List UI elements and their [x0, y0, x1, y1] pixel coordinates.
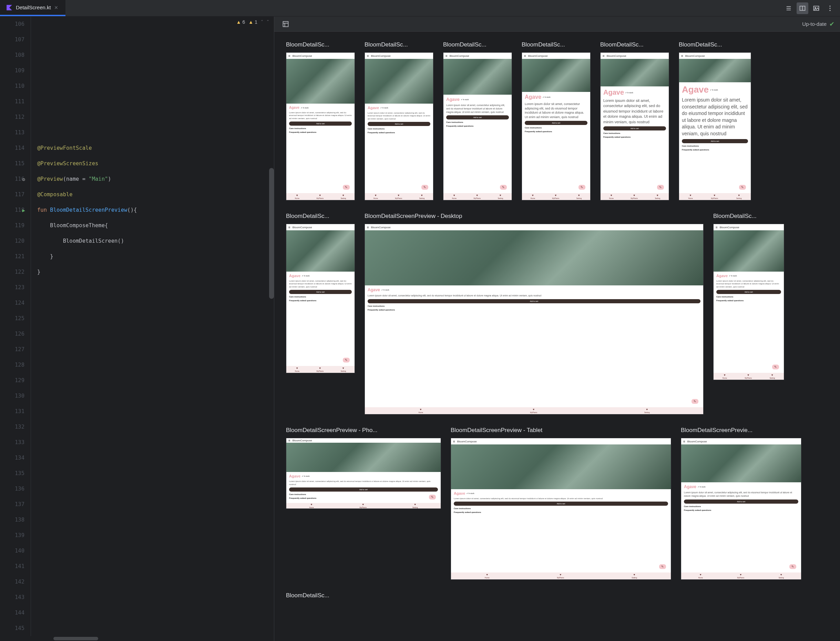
mock-hero-image [601, 59, 669, 86]
preview-item[interactable]: BloomDetailSc...≡BloomComposeAgave ✔ In … [679, 41, 751, 200]
preview-surface[interactable]: BloomDetailSc...≡BloomComposeAgave ✔ In … [274, 32, 840, 641]
gear-icon[interactable]: ⚙ [23, 171, 25, 187]
preview-mock[interactable]: ≡BloomComposeAgave ✔ In stockLorem ipsum… [600, 52, 669, 200]
mock-hero-image [286, 230, 355, 272]
mock-edit-fab: ✎ [500, 185, 507, 190]
mock-edit-fab: ✎ [659, 564, 666, 569]
mock-faq-heading: Frequently asked questions [289, 497, 438, 499]
preview-item[interactable]: BloomDetailScreenPrevie...≡BloomComposeA… [681, 427, 801, 580]
layout-toggle-icon[interactable] [280, 18, 291, 30]
mock-hero-image [451, 445, 671, 489]
preview-mock[interactable]: ≡BloomComposeAgave ✔ In stockLorem ipsum… [681, 438, 801, 580]
preview-mock[interactable]: ≡BloomComposeAgave ✔ In stockLorem ipsum… [286, 224, 355, 373]
mock-instock: ✔ In stock [381, 289, 389, 291]
view-design-icon[interactable] [810, 2, 822, 14]
horizontal-scrollbar-track[interactable] [53, 636, 274, 641]
mock-navbar: ♥Home♥MyPlants♥Setting [286, 503, 441, 509]
mock-navbar: ♥Home♥MyPlants♥Setting [679, 193, 751, 200]
heart-icon: ♥ [296, 194, 298, 197]
menu-icon: ≡ [603, 54, 605, 58]
mock-faq-heading: Frequently asked questions [682, 149, 748, 151]
heart-icon: ♥ [421, 194, 423, 197]
preview-mock[interactable]: ≡BloomComposeAgave ✔ In stockLorem ipsum… [286, 438, 441, 509]
mock-description: Lorem ipsum dolor sit amet, consectetur … [289, 480, 438, 486]
mock-hero-image [286, 59, 355, 104]
mock-instock: ✔ In stock [729, 275, 737, 277]
inspections-widget[interactable]: ▲6 ▲1 ˄ ˅ [236, 19, 269, 25]
heart-icon: ♥ [486, 573, 488, 576]
mock-care-heading: Care instructions [525, 127, 588, 129]
preview-item[interactable]: BloomDetailSc...≡BloomComposeAgave ✔ In … [286, 41, 355, 200]
view-split-icon[interactable] [796, 2, 808, 14]
mock-hero-image [365, 59, 433, 104]
heart-icon: ♥ [748, 374, 750, 377]
more-icon[interactable] [824, 2, 836, 14]
preview-mock[interactable]: ≡BloomComposeAgave ✔ In stockLorem ipsum… [365, 224, 704, 414]
preview-item[interactable]: BloomDetailScreenPreview - Desktop≡Bloom… [365, 213, 704, 414]
preview-item[interactable]: BloomDetailSc...≡BloomComposeAgave ✔ In … [286, 213, 355, 373]
close-icon[interactable]: × [55, 5, 59, 11]
preview-title: BloomDetailSc... [522, 41, 591, 48]
preview-item[interactable]: BloomDetailSc...≡BloomComposeAgave ✔ In … [600, 41, 669, 200]
preview-mock[interactable]: ≡BloomComposeAgave ✔ In stockLorem ipsum… [286, 52, 355, 200]
preview-toolbar: Up-to-date ✔ [274, 16, 840, 32]
mock-instock: ✔ In stock [710, 89, 718, 91]
mock-plant-title: Agave ✔ In stock [525, 94, 588, 100]
preview-title: BloomDetailSc... [679, 41, 751, 48]
menu-icon: ≡ [367, 225, 369, 229]
mock-add-to-cart-button: Add to cart [684, 499, 798, 504]
mock-plant-title: Agave ✔ In stock [454, 491, 668, 495]
file-tab[interactable]: DetailScreen.kt × [0, 0, 65, 16]
preview-item[interactable]: BloomDetailSc... [286, 592, 358, 599]
vertical-scrollbar[interactable] [269, 168, 274, 299]
line-gutter[interactable]: 106107108109110111112113114115116⚙117118… [0, 16, 31, 636]
preview-title: BloomDetailSc... [443, 41, 512, 48]
mock-add-to-cart-button: Add to cart [682, 139, 748, 143]
mock-edit-fab: ✎ [343, 185, 350, 190]
mock-instock: ✔ In stock [625, 92, 633, 93]
heart-icon: ♥ [724, 374, 725, 377]
mock-description: Lorem ipsum dolor sit amet, consectetur … [368, 111, 430, 120]
preview-item[interactable]: BloomDetailSc...≡BloomComposeAgave ✔ In … [522, 41, 591, 200]
mock-plant-title: Agave ✔ In stock [682, 84, 748, 95]
mock-faq-heading: Frequently asked questions [603, 136, 666, 138]
mock-add-to-cart-button: Add to cart [525, 121, 588, 125]
mock-faq-heading: Frequently asked questions [684, 509, 798, 511]
view-list-icon[interactable] [783, 2, 795, 14]
mock-description: Lorem ipsum dolor sit amet, consectetur … [684, 491, 798, 498]
preview-item[interactable]: BloomDetailScreenPreview - Pho...≡BloomC… [286, 427, 441, 509]
mock-plant-title: Agave ✔ In stock [603, 89, 666, 97]
preview-mock[interactable]: ≡BloomComposeAgave ✔ In stockLorem ipsum… [713, 224, 784, 380]
code-content[interactable]: @PreviewFontScale@PreviewScreenSizes@Pre… [31, 16, 274, 636]
chevron-down-icon[interactable]: ˅ [267, 19, 269, 25]
run-icon[interactable]: ▶ [23, 203, 25, 218]
mock-care-heading: Care instructions [603, 132, 666, 134]
mock-edit-fab: ✎ [739, 185, 746, 190]
heart-icon: ♥ [611, 194, 612, 197]
mock-plant-title: Agave ✔ In stock [289, 106, 352, 110]
preview-mock[interactable]: ≡BloomComposeAgave ✔ In stockLorem ipsum… [365, 52, 433, 200]
mock-navbar: ♥Home♥MyPlants♥Setting [443, 193, 512, 200]
preview-mock[interactable]: ≡BloomComposeAgave ✔ In stockLorem ipsum… [522, 52, 591, 200]
mock-add-to-cart-button: Add to cart [368, 299, 701, 303]
preview-mock[interactable]: ≡BloomComposeAgave ✔ In stockLorem ipsum… [451, 438, 671, 580]
compose-preview-panel: Up-to-date ✔ BloomDetailSc...≡BloomCompo… [274, 16, 840, 641]
preview-item[interactable]: BloomDetailSc...≡BloomComposeAgave ✔ In … [443, 41, 512, 200]
preview-mock[interactable]: ≡BloomComposeAgave ✔ In stockLorem ipsum… [443, 52, 512, 200]
mock-care-heading: Care instructions [289, 296, 352, 298]
mock-edit-fab: ✎ [429, 495, 436, 499]
horizontal-scrollbar-thumb[interactable] [53, 637, 98, 640]
mock-care-heading: Care instructions [684, 506, 798, 507]
chevron-up-icon[interactable]: ˄ [261, 19, 263, 25]
preview-item[interactable]: BloomDetailScreenPreview - Tablet≡BloomC… [451, 427, 671, 580]
warning-icon: ▲ [236, 19, 241, 25]
heart-icon: ♥ [578, 194, 580, 197]
mock-appbar: ≡BloomCompose [714, 224, 784, 230]
preview-item[interactable]: BloomDetailSc...≡BloomComposeAgave ✔ In … [365, 41, 433, 200]
preview-mock[interactable]: ≡BloomComposeAgave ✔ In stockLorem ipsum… [679, 52, 751, 200]
mock-care-heading: Care instructions [716, 296, 781, 298]
menu-icon: ≡ [288, 438, 291, 442]
code-editor[interactable]: ▲6 ▲1 ˄ ˅ 106107108109110111112113114115… [0, 16, 274, 641]
preview-title: BloomDetailSc... [286, 41, 355, 48]
preview-item[interactable]: BloomDetailSc...≡BloomComposeAgave ✔ In … [713, 213, 784, 380]
